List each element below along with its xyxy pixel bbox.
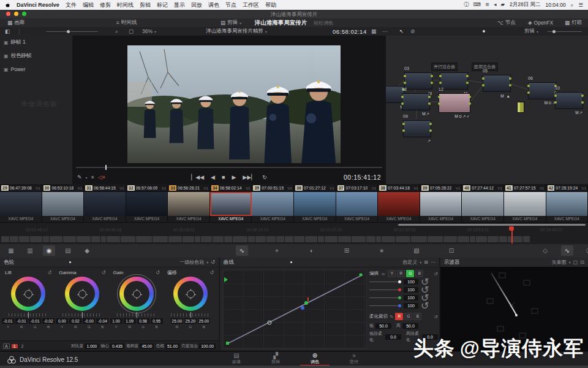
slider-value[interactable]: 100: [404, 303, 418, 309]
mini-clip-block[interactable]: [411, 236, 427, 242]
grid-view-icon[interactable]: ▦: [371, 27, 376, 36]
timeline-clip-33[interactable]: 3306:56:28:21V1XAVC MPEG4: [168, 184, 210, 222]
mini-clip-block[interactable]: [1, 236, 9, 242]
menu-item-2[interactable]: 修剪: [100, 1, 111, 9]
power-window-icon[interactable]: ◐: [306, 245, 318, 256]
mini-clip-block[interactable]: [10, 236, 18, 242]
panel-toggle-icon[interactable]: ◧: [5, 27, 10, 36]
clip-thumbnail[interactable]: [42, 192, 85, 216]
curves-grid-icon[interactable]: ⊞: [424, 259, 428, 265]
wheel-master-slider[interactable]: [62, 313, 102, 316]
softclip-field-value[interactable]: 0.0: [385, 334, 401, 340]
softclip-reset-icon[interactable]: ↺: [434, 314, 438, 320]
loop-button[interactable]: ↻: [262, 174, 267, 180]
mini-clip-block[interactable]: [213, 236, 224, 242]
timeline-clip-38[interactable]: 3807:03:44:18V1XAVC MPEG4: [378, 184, 420, 222]
softclip-field-value[interactable]: 50.0: [402, 323, 418, 329]
curve-channel-g[interactable]: G: [406, 270, 414, 277]
wheel-value[interactable]: 0.00: [56, 318, 68, 324]
more-options-icon[interactable]: ⋯: [382, 27, 388, 36]
slider-value[interactable]: 100: [404, 287, 418, 293]
timeline-clip-42[interactable]: 4207:28:19:24V1XAVC MPEG4: [546, 184, 588, 222]
mini-clip-block[interactable]: [443, 236, 457, 242]
node-io-dot[interactable]: [438, 102, 440, 105]
wheel-value[interactable]: 1.09: [124, 318, 136, 324]
apple-logo-icon[interactable]: [5, 2, 10, 8]
color-wheels-icon[interactable]: ◉: [43, 245, 55, 256]
video-frame[interactable]: [127, 45, 341, 163]
node-io-dot[interactable]: [581, 94, 584, 97]
menu-app-name[interactable]: DaVinci Resolve: [17, 2, 59, 8]
wheel-value[interactable]: 25.00: [171, 318, 183, 324]
timeline-clip-30[interactable]: 3006:53:10:18V1XAVC MPEG4: [42, 184, 85, 222]
wheel-value[interactable]: 0.98: [137, 318, 149, 324]
grade-node-mixer[interactable]: M: [440, 72, 468, 90]
mini-clip-block[interactable]: [396, 236, 410, 242]
mini-clip-block[interactable]: [276, 236, 284, 242]
menu-item-0[interactable]: 文件: [66, 1, 77, 9]
mini-clip-block[interactable]: [523, 236, 530, 242]
wheel-value[interactable]: -0.00: [83, 318, 95, 324]
slider-track[interactable]: [369, 282, 401, 282]
ext-matte-node[interactable]: [517, 102, 524, 113]
slider-track[interactable]: [369, 297, 401, 298]
grade-node-09[interactable]: 09↗: [403, 120, 431, 137]
sizing-icon[interactable]: ⊡: [445, 245, 458, 256]
node-io-dot[interactable]: [428, 102, 431, 105]
wheel-ring[interactable]: [173, 277, 208, 311]
mini-clip-block[interactable]: [382, 236, 395, 242]
mini-clip-block[interactable]: [428, 236, 443, 242]
wheels-reset-icon[interactable]: ↺: [211, 259, 215, 265]
node-io-dot[interactable]: [428, 96, 431, 98]
wheel-value[interactable]: 1.00: [110, 318, 123, 324]
curves-icon[interactable]: ∿: [236, 245, 248, 256]
node-io-dot[interactable]: [469, 102, 471, 105]
mini-clip-block[interactable]: [285, 236, 293, 242]
wifi-icon[interactable]: ≋: [485, 1, 489, 9]
menu-item-8[interactable]: 调色: [208, 1, 219, 9]
mini-clip-block[interactable]: [91, 236, 100, 242]
mini-clip-block[interactable]: [233, 236, 247, 242]
node-io-dot[interactable]: [402, 129, 405, 132]
mini-clip-block[interactable]: [43, 236, 49, 242]
grade-node-05[interactable]: 05M ▲: [483, 75, 511, 92]
mini-clip-block[interactable]: [325, 236, 337, 242]
camera-raw-icon[interactable]: ▦: [5, 245, 17, 256]
node-io-dot[interactable]: [404, 75, 406, 77]
timeline-clip-31[interactable]: 3106:58:44:15V1XAVC MPEG4: [84, 184, 126, 222]
mini-clip-block[interactable]: [376, 236, 381, 242]
rgb-mixer-icon[interactable]: ▤: [62, 245, 74, 256]
curves-edit-reset-icon[interactable]: ↺: [434, 271, 438, 277]
timeline-select[interactable]: 洋山港海事局宣传片精剪▾: [184, 27, 289, 36]
wheel-master-slider[interactable]: [117, 313, 156, 316]
wheel-value[interactable]: 25.00: [198, 318, 210, 324]
page-tab-媒体[interactable]: ▤媒体: [221, 352, 252, 364]
mini-clip-block[interactable]: [266, 236, 276, 242]
adjustment-value[interactable]: 45.00: [140, 343, 154, 349]
wheel-value[interactable]: 0.02: [69, 318, 81, 324]
wheel-ring[interactable]: [11, 277, 45, 311]
version-1-badge[interactable]: 1: [12, 344, 18, 348]
slider-knob[interactable]: [398, 296, 401, 299]
node-io-dot[interactable]: [482, 77, 484, 80]
gallery-toggle-button[interactable]: ▦ 画廊: [7, 18, 24, 27]
slider-knob[interactable]: [398, 304, 401, 307]
wheel-value[interactable]: 0.95: [151, 318, 163, 324]
gallery-album-0[interactable]: ▣静帧 1: [0, 36, 72, 49]
keyboard-icon[interactable]: ⌨: [473, 1, 481, 9]
wheel-value[interactable]: -0.02: [42, 318, 55, 324]
stop-button[interactable]: ■: [222, 174, 225, 180]
slider-value[interactable]: 100: [404, 279, 418, 285]
node-io-dot[interactable]: [431, 75, 433, 77]
node-io-dot[interactable]: [401, 96, 404, 98]
mini-clip-block[interactable]: [352, 236, 366, 242]
mini-clip-block[interactable]: [63, 236, 76, 242]
mini-clip-block[interactable]: [508, 236, 522, 242]
adjustment-value[interactable]: 0.435: [110, 343, 124, 349]
menu-item-3[interactable]: 时间线: [117, 1, 134, 9]
timeline-clip-35[interactable]: 3507:00:51:15V1XAVC MPEG4: [252, 184, 294, 222]
viewer-zoom-select[interactable]: 36%▾: [142, 27, 156, 36]
clips-toggle-button[interactable]: ▤ 剪辑▾: [221, 18, 241, 27]
curve-graph[interactable]: [222, 269, 367, 349]
curve-channel-y[interactable]: Y: [388, 270, 396, 277]
